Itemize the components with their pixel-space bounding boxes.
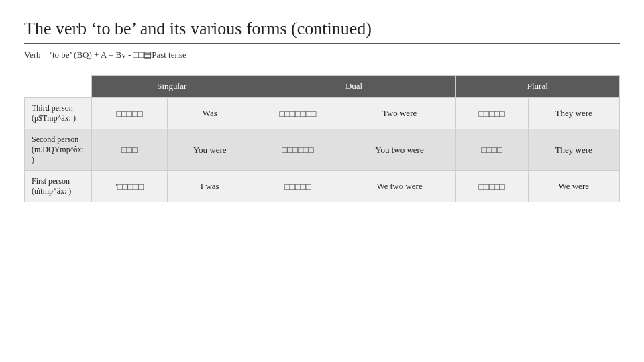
cell-r1-c1: □□□ (92, 129, 168, 171)
cell-r2-c3: □□□□□ (252, 171, 343, 202)
table-row: Second person (m.DQYmp^âx: )□□□You were□… (25, 129, 620, 171)
page-title: The verb ‘to be’ and its various forms (… (24, 19, 620, 39)
cell-r1-c6: They were (528, 129, 620, 171)
cell-r2-c2: I was (168, 171, 252, 202)
cell-r1-c5: □□□□ (455, 129, 528, 171)
cell-r1-c2: You were (168, 129, 252, 171)
table-row: First person (uïtmp^âx: )’□□□□□I was□□□□… (25, 171, 620, 202)
cell-r2-c0: First person (uïtmp^âx: ) (25, 171, 92, 202)
cell-r0-c2: Was (168, 98, 252, 129)
header-plural: Plural (455, 76, 619, 98)
cell-r1-c0: Second person (m.DQYmp^âx: ) (25, 129, 92, 171)
cell-r0-c4: Two were (343, 98, 455, 129)
cell-r0-c0: Third person (p$Tmp^âx: ) (25, 98, 92, 129)
cell-r0-c6: They were (528, 98, 620, 129)
table-row: Third person (p$Tmp^âx: )□□□□□Was□□□□□□□… (25, 98, 620, 129)
page-container: The verb ‘to be’ and its various forms (… (0, 0, 644, 216)
subtitle: Verb – ‘to be’ (BQ) + A = Bv - □□▤Past t… (24, 50, 620, 60)
cell-r0-c5: □□□□□ (455, 98, 528, 129)
cell-r1-c3: □□□□□□ (252, 129, 343, 171)
title-divider (24, 43, 620, 44)
conjugation-table: Singular Dual Plural Third person (p$Tmp… (24, 75, 620, 202)
cell-r0-c3: □□□□□□□ (252, 98, 343, 129)
cell-r2-c4: We two were (343, 171, 455, 202)
cell-r2-c5: □□□□□ (455, 171, 528, 202)
cell-r1-c4: You two were (343, 129, 455, 171)
cell-r2-c1: ’□□□□□ (92, 171, 168, 202)
cell-r2-c6: We were (528, 171, 620, 202)
header-empty (25, 76, 92, 98)
header-dual: Dual (252, 76, 455, 98)
header-singular: Singular (92, 76, 252, 98)
cell-r0-c1: □□□□□ (92, 98, 168, 129)
